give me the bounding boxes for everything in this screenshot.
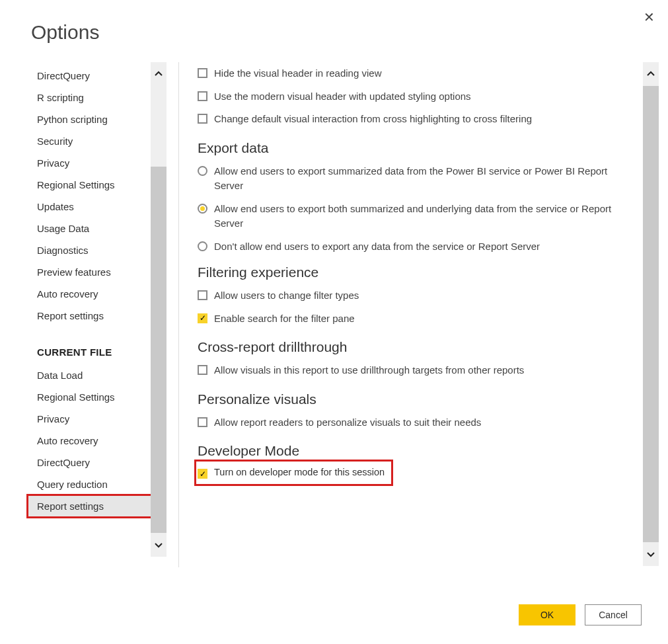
checkbox-hide-visual-header[interactable]: Hide the visual header in reading view bbox=[198, 62, 630, 85]
close-button[interactable]: ✕ bbox=[644, 9, 655, 25]
sidebar-item-auto-recovery-file[interactable]: Auto recovery bbox=[37, 430, 148, 452]
checkbox-label: Hide the visual header in reading view bbox=[214, 66, 630, 81]
sidebar-item-privacy-file[interactable]: Privacy bbox=[37, 408, 148, 430]
sidebar-item-python-scripting[interactable]: Python scripting bbox=[37, 108, 148, 130]
radio-export-both[interactable]: Allow end users to export both summarize… bbox=[198, 198, 630, 235]
checkbox-icon bbox=[198, 365, 207, 375]
sidebar-item-data-load[interactable]: Data Load bbox=[37, 364, 148, 386]
checkbox-icon bbox=[198, 290, 207, 300]
sidebar-scrollbar-track[interactable] bbox=[151, 86, 167, 533]
main-scrollbar-track[interactable] bbox=[643, 86, 659, 542]
sidebar-item-regional-settings-file[interactable]: Regional Settings bbox=[37, 386, 148, 408]
checkbox-icon bbox=[198, 114, 207, 124]
sidebar-item-report-settings-global[interactable]: Report settings bbox=[37, 305, 148, 327]
checkbox-developer-mode[interactable]: ✓ Turn on developer mode for this sessio… bbox=[198, 463, 390, 483]
main-scrollbar[interactable] bbox=[643, 62, 659, 566]
sidebar-item-privacy[interactable]: Privacy bbox=[37, 152, 148, 174]
sidebar-item-query-reduction[interactable]: Query reduction bbox=[37, 473, 148, 495]
checkbox-cross-report-drillthrough[interactable]: Allow visuals in this report to use dril… bbox=[198, 359, 630, 382]
radio-label: Allow end users to export both summarize… bbox=[214, 202, 630, 231]
checkbox-personalize-visuals[interactable]: Allow report readers to personalize visu… bbox=[198, 411, 630, 434]
sidebar-item-r-scripting[interactable]: R scripting bbox=[37, 87, 148, 108]
radio-export-none[interactable]: Don't allow end users to export any data… bbox=[198, 235, 630, 259]
section-heading-filtering: Filtering experience bbox=[198, 258, 630, 284]
checkbox-modern-visual-header[interactable]: Use the modern visual header with update… bbox=[198, 85, 630, 108]
options-sidebar: DirectQuery R scripting Python scripting… bbox=[25, 62, 167, 567]
checkbox-enable-search-filter[interactable]: ✓ Enable search for the filter pane bbox=[198, 307, 630, 331]
ok-button[interactable]: OK bbox=[519, 604, 575, 625]
checkbox-label: Allow visuals in this report to use dril… bbox=[214, 363, 630, 378]
sidebar-item-preview-features[interactable]: Preview features bbox=[37, 261, 148, 283]
sidebar-scrollbar[interactable] bbox=[151, 62, 167, 557]
checkbox-label: Change default visual interaction from c… bbox=[214, 112, 630, 127]
checkbox-label: Use the modern visual header with update… bbox=[214, 89, 630, 104]
radio-icon bbox=[198, 241, 207, 251]
sidebar-item-report-settings-file[interactable]: Report settings bbox=[28, 495, 155, 517]
options-main-panel: Hide the visual header in reading view U… bbox=[178, 62, 659, 567]
sidebar-item-directquery[interactable]: DirectQuery bbox=[37, 65, 148, 87]
radio-export-summarized[interactable]: Allow end users to export summarized dat… bbox=[198, 160, 630, 198]
sidebar-item-auto-recovery[interactable]: Auto recovery bbox=[37, 283, 148, 305]
scroll-down-icon[interactable] bbox=[643, 542, 659, 566]
checkbox-label: Allow users to change filter types bbox=[214, 288, 630, 303]
cancel-button[interactable]: Cancel bbox=[585, 604, 642, 625]
radio-icon bbox=[198, 204, 207, 214]
sidebar-item-directquery-file[interactable]: DirectQuery bbox=[37, 452, 148, 473]
sidebar-item-regional-settings[interactable]: Regional Settings bbox=[37, 174, 148, 196]
checkbox-label: Enable search for the filter pane bbox=[214, 311, 630, 327]
radio-label: Don't allow end users to export any data… bbox=[214, 239, 630, 255]
sidebar-item-diagnostics[interactable]: Diagnostics bbox=[37, 239, 148, 261]
sidebar-scrollbar-thumb[interactable] bbox=[151, 86, 167, 167]
dialog-footer: OK Cancel bbox=[519, 604, 642, 625]
sidebar-item-security[interactable]: Security bbox=[37, 130, 148, 152]
section-heading-developer-mode: Developer Mode bbox=[198, 434, 630, 463]
sidebar-item-usage-data[interactable]: Usage Data bbox=[37, 218, 148, 239]
scroll-up-icon[interactable] bbox=[643, 62, 659, 86]
checkbox-icon: ✓ bbox=[198, 469, 207, 479]
section-heading-personalize: Personalize visuals bbox=[198, 382, 630, 411]
sidebar-item-updates[interactable]: Updates bbox=[37, 196, 148, 218]
dialog-title: Options bbox=[0, 0, 668, 44]
scroll-up-icon[interactable] bbox=[151, 62, 167, 86]
sidebar-heading-current-file: CURRENT FILE bbox=[37, 327, 148, 364]
scroll-down-icon[interactable] bbox=[151, 533, 167, 557]
checkbox-label: Allow report readers to personalize visu… bbox=[214, 415, 630, 430]
radio-label: Allow end users to export summarized dat… bbox=[214, 164, 630, 194]
checkbox-icon bbox=[198, 91, 207, 101]
section-heading-cross-report: Cross-report drillthrough bbox=[198, 330, 630, 359]
checkbox-allow-filter-types[interactable]: Allow users to change filter types bbox=[198, 284, 630, 307]
checkbox-label: Turn on developer mode for this session bbox=[214, 467, 385, 477]
checkbox-cross-filtering[interactable]: Change default visual interaction from c… bbox=[198, 108, 630, 131]
checkbox-icon bbox=[198, 68, 207, 78]
section-heading-export-data: Export data bbox=[198, 131, 630, 160]
checkbox-icon: ✓ bbox=[198, 313, 207, 323]
checkbox-icon bbox=[198, 417, 207, 427]
radio-icon bbox=[198, 166, 207, 176]
